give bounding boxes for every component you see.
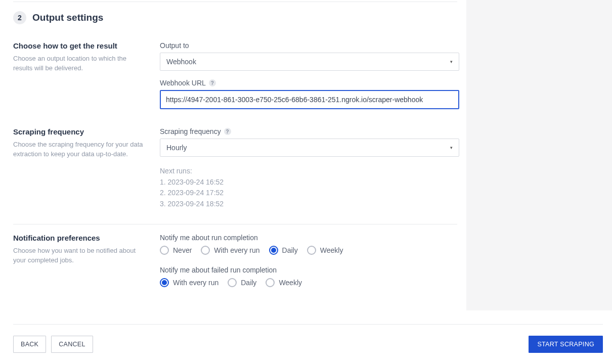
failed-label-text: Notify me about failed run completion: [160, 266, 277, 274]
frequency-desc: Choose the scraping frequency for your d…: [13, 140, 145, 159]
chevron-down-icon: ▾: [450, 145, 453, 150]
webhook-url-input[interactable]: [160, 90, 459, 109]
frequency-value: Hourly: [166, 144, 187, 152]
radio-icon: [201, 246, 210, 255]
failed-radio[interactable]: With every run: [160, 278, 218, 287]
webhook-url-label-text: Webhook URL: [160, 79, 206, 87]
output-desc: Choose an output location to which the r…: [13, 54, 145, 73]
completion-label-text: Notify me about run completion: [160, 234, 258, 242]
output-title: Choose how to get the result: [13, 41, 145, 50]
notifications-desc: Choose how you want to be notified about…: [13, 246, 145, 265]
failed-radio[interactable]: Weekly: [266, 278, 302, 287]
chevron-down-icon: ▾: [450, 59, 453, 64]
start-scraping-button[interactable]: START SCRAPING: [529, 336, 603, 353]
completion-radio[interactable]: Daily: [269, 246, 298, 255]
main-form: 2 Output settings Choose how to get the …: [0, 0, 466, 364]
completion-radio[interactable]: Weekly: [307, 246, 343, 255]
radio-icon: [228, 278, 237, 287]
back-button[interactable]: BACK: [13, 336, 46, 353]
section-notifications: Notification preferences Choose how you …: [13, 234, 466, 298]
radio-label: Weekly: [279, 279, 302, 287]
radio-icon: [269, 246, 278, 255]
help-icon[interactable]: ?: [224, 128, 231, 135]
frequency-select[interactable]: Hourly ▾: [160, 139, 459, 157]
step-badge: 2: [13, 11, 26, 24]
output-to-select[interactable]: Webhook ▾: [160, 53, 459, 71]
completion-radio-group: NeverWith every runDailyWeekly: [160, 246, 459, 255]
cancel-button[interactable]: CANCEL: [51, 336, 93, 353]
next-runs-label: Next runs:: [160, 166, 459, 177]
radio-label: Daily: [241, 279, 256, 287]
radio-label: Daily: [282, 246, 298, 254]
completion-label: Notify me about run completion: [160, 234, 459, 242]
radio-icon: [266, 278, 275, 287]
frequency-title: Scraping frequency: [13, 127, 145, 136]
radio-icon: [307, 246, 316, 255]
section-divider: [13, 224, 457, 224]
frequency-label-text: Scraping frequency: [160, 127, 221, 135]
side-panel: [466, 0, 612, 310]
notifications-title: Notification preferences: [13, 234, 145, 242]
completion-radio[interactable]: Never: [160, 246, 192, 255]
radio-label: With every run: [173, 279, 218, 287]
next-run-item: 2. 2023-09-24 17:52: [160, 188, 459, 199]
step-title: Output settings: [32, 12, 103, 23]
top-divider: [13, 2, 457, 2]
output-to-label-text: Output to: [160, 41, 189, 50]
failed-radio-group: With every runDailyWeekly: [160, 278, 459, 287]
failed-label: Notify me about failed run completion: [160, 266, 459, 274]
footer: BACK CANCEL START SCRAPING: [13, 324, 603, 353]
next-run-item: 1. 2023-09-24 16:52: [160, 177, 459, 188]
help-icon[interactable]: ?: [209, 79, 216, 86]
radio-icon: [160, 246, 169, 255]
step-header: 2 Output settings: [13, 11, 466, 24]
completion-radio[interactable]: With every run: [201, 246, 259, 255]
next-runs: Next runs: 1. 2023-09-24 16:52 2. 2023-0…: [160, 166, 459, 210]
output-to-label: Output to: [160, 41, 459, 50]
radio-label: Weekly: [320, 246, 343, 254]
section-frequency: Scraping frequency Choose the scraping f…: [13, 127, 466, 210]
frequency-label: Scraping frequency ?: [160, 127, 459, 135]
failed-radio[interactable]: Daily: [228, 278, 256, 287]
output-to-value: Webhook: [166, 58, 196, 66]
radio-icon: [160, 278, 169, 287]
section-output: Choose how to get the result Choose an o…: [13, 41, 466, 109]
webhook-url-label: Webhook URL ?: [160, 79, 459, 87]
next-run-item: 3. 2023-09-24 18:52: [160, 199, 459, 210]
radio-label: Never: [173, 246, 192, 254]
radio-label: With every run: [214, 246, 259, 254]
